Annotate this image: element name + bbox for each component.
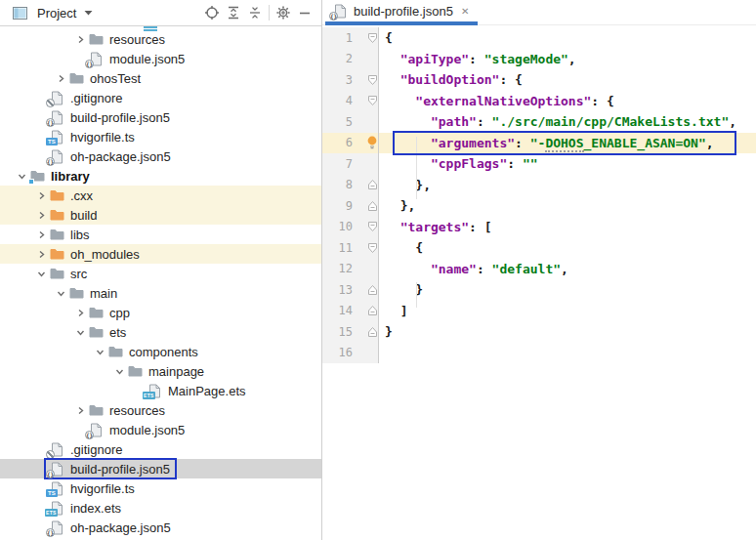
fold-marker-open-icon[interactable] bbox=[368, 243, 377, 253]
tree-item-index.ets[interactable]: ETSindex.ets bbox=[0, 498, 321, 518]
code-line-5: 5 "path": "./src/main/cpp/CMakeLists.txt… bbox=[322, 111, 756, 133]
chevron-down-icon[interactable] bbox=[84, 10, 93, 16]
code-text[interactable]: "name": "default", bbox=[379, 259, 756, 280]
tree-item-hvigorfile.ts[interactable]: TShvigorfile.ts bbox=[0, 478, 321, 498]
chevron-right-icon[interactable] bbox=[72, 31, 88, 47]
expand-all-icon[interactable] bbox=[223, 2, 244, 23]
fold-marker-close-icon[interactable] bbox=[368, 306, 377, 315]
tree-item-resources[interactable]: resources bbox=[0, 29, 321, 49]
tree-item-label: resources bbox=[109, 32, 165, 47]
tree-item-MainPage.ets[interactable]: ETSMainPage.ets bbox=[0, 381, 321, 400]
chevron-down-icon[interactable] bbox=[53, 285, 68, 301]
code-text[interactable]: { bbox=[379, 27, 756, 49]
tree-item-build[interactable]: build bbox=[0, 205, 321, 225]
code-text[interactable]: "path": "./src/main/cpp/CMakeLists.txt", bbox=[379, 111, 756, 133]
code-line-13: 13 } bbox=[322, 279, 756, 301]
code-text[interactable]: "targets": [ bbox=[379, 217, 756, 238]
tree-item-build-profile.json5[interactable]: {}build-profile.json5 bbox=[0, 107, 321, 127]
chevron-right-icon[interactable] bbox=[33, 246, 49, 262]
code-text[interactable]: { bbox=[379, 237, 756, 259]
chevron-right-icon[interactable] bbox=[53, 70, 68, 86]
code-text[interactable]: "externalNativeOptions": { bbox=[379, 91, 756, 112]
tree-item-ohosTest[interactable]: ohosTest bbox=[0, 68, 321, 88]
tree-item-oh-package.json5[interactable]: {}oh-package.json5 bbox=[0, 518, 321, 537]
tree-item-label: module.json5 bbox=[109, 52, 185, 66]
code-text[interactable]: "apiType": "stageMode", bbox=[379, 49, 756, 70]
folder-icon bbox=[88, 402, 104, 418]
gutter: 11 bbox=[322, 237, 379, 259]
collapse-all-icon[interactable] bbox=[244, 2, 266, 23]
hide-panel-icon[interactable] bbox=[294, 2, 315, 23]
tree-item-build-profile.json5[interactable]: {}build-profile.json5 bbox=[0, 459, 321, 478]
chevron-right-icon[interactable] bbox=[33, 187, 49, 203]
json5-icon: {} bbox=[49, 519, 64, 535]
tree-item-module.json5[interactable]: {}module.json5 bbox=[0, 420, 321, 439]
chevron-down-icon[interactable] bbox=[33, 266, 49, 281]
chevron-right-icon[interactable] bbox=[72, 402, 88, 418]
tree-item-module.json5[interactable]: {}module.json5 bbox=[0, 49, 321, 68]
code-text[interactable] bbox=[379, 343, 756, 364]
chevron-right-icon[interactable] bbox=[72, 305, 88, 320]
tree-item-label: cpp bbox=[109, 306, 130, 320]
tree-item-src[interactable]: src bbox=[0, 264, 321, 283]
tree-item-main[interactable]: main bbox=[0, 283, 321, 303]
tree-item-label: main bbox=[90, 286, 117, 301]
code-text[interactable]: } bbox=[379, 321, 756, 343]
code-line-2: 2 "apiType": "stageMode", bbox=[322, 49, 756, 70]
code-text[interactable]: }, bbox=[379, 195, 756, 217]
close-tab-icon[interactable]: ✕ bbox=[461, 6, 469, 17]
code-text[interactable]: "arguments": "-DOHOS_ENABLE_ASAN=ON", bbox=[379, 133, 756, 154]
fold-marker-open-icon[interactable] bbox=[368, 75, 377, 85]
gutter: 6 bbox=[322, 133, 379, 154]
tree-item-ets[interactable]: ets bbox=[0, 322, 321, 342]
ts-icon: TS bbox=[49, 480, 64, 496]
settings-gear-icon[interactable] bbox=[273, 2, 294, 23]
tree-item-.gitignore[interactable]: .gitignore bbox=[0, 88, 321, 107]
gitignore-icon bbox=[49, 441, 64, 457]
tree-item-.gitignore[interactable]: .gitignore bbox=[0, 439, 321, 459]
code-text[interactable]: "cppFlags": "" bbox=[379, 153, 756, 175]
tree-item-label: src bbox=[70, 267, 87, 281]
project-panel-title[interactable]: Project bbox=[37, 6, 76, 21]
tree-item-.cxx[interactable]: .cxx bbox=[0, 186, 321, 205]
gutter: 8 bbox=[322, 175, 379, 196]
tree-item-mainpage[interactable]: mainpage bbox=[0, 361, 321, 381]
tree-item-resources[interactable]: resources bbox=[0, 400, 321, 420]
editor-tab-bar: {} build-profile.json5 ✕ bbox=[322, 0, 756, 25]
folder-icon bbox=[68, 70, 84, 86]
fold-marker-open-icon[interactable] bbox=[368, 33, 377, 43]
gutter: 2 bbox=[322, 49, 379, 70]
code-text[interactable]: }, bbox=[379, 175, 756, 196]
fold-marker-close-icon[interactable] bbox=[368, 180, 377, 189]
intention-bulb-icon[interactable] bbox=[366, 136, 378, 149]
fold-marker-close-icon[interactable] bbox=[368, 285, 377, 295]
tree-item-oh_modules[interactable]: oh_modules bbox=[0, 244, 321, 264]
tree-item-hvigorfile.ts[interactable]: TShvigorfile.ts bbox=[0, 127, 321, 146]
chevron-down-icon[interactable] bbox=[92, 344, 107, 359]
tree-item-oh-package.json5[interactable]: {}oh-package.json5 bbox=[0, 146, 321, 166]
code-line-12: 12 "name": "default", bbox=[322, 259, 756, 280]
code-text[interactable]: } bbox=[379, 279, 756, 301]
tree-item-libs[interactable]: libs bbox=[0, 225, 321, 244]
locate-opened-file-icon[interactable] bbox=[201, 2, 223, 23]
code-line-16: 16 bbox=[322, 343, 756, 364]
fold-marker-close-icon[interactable] bbox=[368, 201, 377, 211]
line-number: 12 bbox=[322, 262, 378, 275]
gutter: 12 bbox=[322, 259, 379, 280]
fold-marker-open-icon[interactable] bbox=[368, 96, 377, 105]
fold-marker-close-icon[interactable] bbox=[368, 327, 377, 337]
tree-item-label: resources bbox=[109, 403, 165, 418]
chevron-right-icon[interactable] bbox=[33, 227, 49, 242]
tab-build-profile-json5[interactable]: {} build-profile.json5 ✕ bbox=[325, 0, 478, 25]
chevron-right-icon[interactable] bbox=[33, 207, 49, 223]
fold-marker-open-icon[interactable] bbox=[368, 222, 377, 231]
gutter: 1 bbox=[322, 27, 379, 49]
chevron-down-icon[interactable] bbox=[111, 363, 127, 379]
chevron-down-icon[interactable] bbox=[72, 324, 88, 340]
tree-item-library[interactable]: library bbox=[0, 166, 321, 186]
tree-item-cpp[interactable]: cpp bbox=[0, 303, 321, 322]
code-text[interactable]: ] bbox=[379, 301, 756, 322]
tree-item-components[interactable]: components bbox=[0, 342, 321, 361]
chevron-down-icon[interactable] bbox=[14, 168, 29, 184]
code-text[interactable]: "buildOption": { bbox=[379, 69, 756, 91]
